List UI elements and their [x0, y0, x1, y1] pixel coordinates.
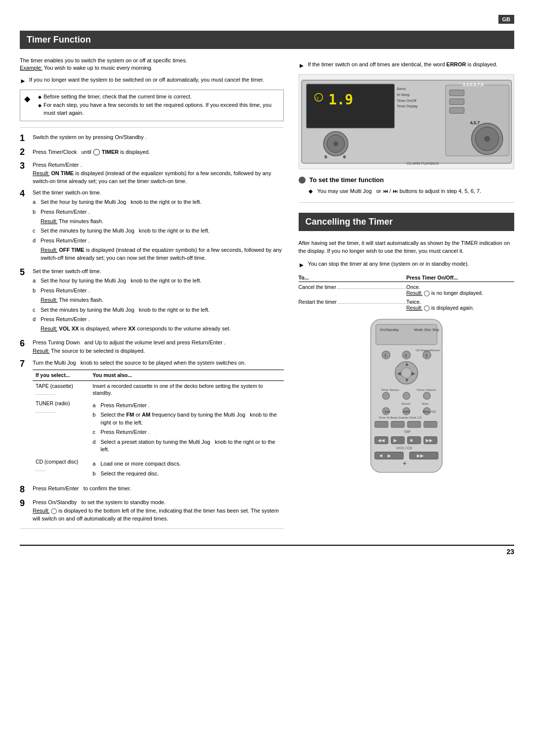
svg-text:CD Repeat: CD Repeat: [415, 348, 431, 352]
svg-text:▶: ▶: [388, 453, 391, 458]
step-3-content: Press Return/Enter . Result: ON TIME is …: [33, 161, 284, 185]
svg-rect-59: [407, 421, 421, 427]
timer-cancel-action: Cancel the timer: [299, 284, 406, 290]
step-9-content: Press On/Standby to set the system to st…: [33, 499, 284, 522]
select-row-cd: CD (compact disc) aLoad one or more comp…: [33, 457, 284, 481]
svg-text:Mono CD: Mono CD: [423, 410, 436, 413]
error-note-text: If the timer switch on and off times are…: [308, 61, 497, 70]
step-4b: bPress Return/Enter .: [33, 208, 284, 216]
svg-text:1: 1: [384, 353, 386, 357]
speaker-icon: ◆: [24, 93, 30, 118]
result-label-9: Result:: [33, 508, 49, 514]
step-5: 5 Set the timer switch-off time. aSet th…: [20, 268, 284, 335]
svg-text:▼: ▼: [404, 378, 409, 383]
svg-text:CD-ARM PLAYBACK: CD-ARM PLAYBACK: [406, 162, 439, 165]
svg-text:2: 2: [405, 353, 407, 357]
result-label-3: Result:: [33, 170, 49, 176]
step-7-num: 7: [20, 359, 29, 369]
select-row-tuner: TUNER (radio) aPress Return/Enter . bSel…: [33, 398, 284, 457]
step-2: 2 Press Timer/Clock until ◯ TIMER is dis…: [20, 147, 284, 157]
intro-text: The timer enables you to switch the syst…: [20, 57, 284, 72]
circle-icon: [299, 177, 306, 184]
select-instruction-cd: aLoad one or more compact discs. bSelect…: [89, 457, 283, 481]
svg-text:▲: ▲: [404, 361, 409, 367]
timer-cancel-press: Once. Result: ◯ is no longer displayed.: [406, 284, 514, 296]
svg-text:Timer Display: Timer Display: [397, 105, 418, 109]
arrow-icon-3: ►: [299, 261, 305, 270]
timer-note-title: To set the timer function: [299, 176, 515, 184]
cancelling-section: Cancelling the Timer After having set th…: [299, 213, 515, 475]
step-3: 3 Press Return/Enter . Result: ON TIME i…: [20, 161, 284, 185]
result-label-6: Result:: [33, 348, 49, 354]
cd-substeps: aLoad one or more compact discs. bSelect…: [92, 460, 280, 477]
svg-text:◀◀: ◀◀: [378, 438, 385, 443]
cancelling-arrow-note: ► You can stop the timer at any time (sy…: [299, 260, 515, 270]
select-source-tape: TAPE (cassette): [33, 380, 89, 398]
svg-text:4,5,7: 4,5,7: [470, 120, 480, 125]
divider-2: [20, 528, 284, 529]
step-8: 8 Press Return/Enter to confirm the time…: [20, 485, 284, 495]
divider-right: [299, 202, 515, 203]
step-5d: dPress Return/Enter .: [33, 316, 284, 323]
svg-text:Sort: Sort: [384, 410, 390, 413]
timer-table-row-restart: Restart the timer Twice. Result: ◯ is di…: [299, 299, 515, 311]
select-table-col2: You must also...: [89, 370, 283, 380]
step-4-num: 4: [20, 189, 29, 199]
svg-text:6: 6: [324, 154, 327, 159]
page-container: GB Timer Function The timer enables you …: [20, 15, 514, 556]
step-1: 1 Switch the system on by pressing On/St…: [20, 134, 284, 143]
step-5b: bPress Return/Enter .: [33, 287, 284, 294]
select-instruction-tuner: aPress Return/Enter . bSelect the FM or …: [89, 398, 283, 457]
svg-text:Return: Return: [431, 348, 440, 352]
step-5-substeps: aSet the hour by tuning the Multi Jog kn…: [33, 277, 284, 332]
select-instruction-tape: Insert a recorded cassette in one of the…: [89, 380, 283, 398]
device-svg: 1.9 2 Demo Hi Sleep Timer On/Off Timer D…: [299, 75, 514, 169]
select-source-tuner: TUNER (radio): [33, 398, 89, 457]
device-image: 1.9 2 Demo Hi Sleep Timer On/Off Timer D…: [299, 74, 515, 169]
svg-point-38: [401, 368, 411, 378]
gb-badge: GB: [498, 15, 515, 24]
step-5-result1: Result: The minutes flash.: [33, 296, 284, 304]
step-4-result2: Result: OFF TIME is displayed (instead o…: [33, 246, 284, 262]
arrow-note-1: ► If you no longer want the system to be…: [20, 76, 284, 86]
tuner-substeps: aPress Return/Enter . bSelect the FM or …: [92, 402, 280, 453]
svg-text:TAP: TAP: [404, 429, 411, 434]
svg-point-47: [423, 392, 430, 399]
step-7-content: Turn the Multi Jog knob to select the so…: [33, 359, 284, 481]
svg-text:6: 6: [343, 154, 346, 159]
svg-text:VCO / CD: VCO / CD: [396, 446, 412, 450]
svg-text:On/Standby: On/Standby: [380, 328, 399, 332]
step-4-substeps: aSet the hour by tuning the Multi Jog kn…: [33, 198, 284, 262]
speaker-bullet-2: For each step, you have a few seconds to…: [38, 101, 279, 117]
example-text: You wish to wake up to music every morni…: [43, 65, 153, 71]
svg-text:■: ■: [410, 438, 413, 443]
diamond-icon: ◆: [309, 188, 312, 195]
step-4d: dPress Return/Enter .: [33, 237, 284, 244]
timer-restart-press: Twice. Result: ◯ is displayed again.: [406, 299, 514, 311]
step-5-content: Set the timer switch-off time. aSet the …: [33, 268, 284, 335]
speaker-note: ◆ Before setting the timer, check that t…: [20, 90, 284, 121]
step-6-content: Press Tuning Down and Up to adjust the v…: [33, 339, 284, 355]
step-4c: cSet the minutes by tuning the Multi Jog…: [33, 227, 284, 235]
svg-text:▶: ▶: [394, 438, 397, 443]
timer-table-header: To... Press Timer On/Off...: [299, 274, 515, 282]
remote-image-container: On/Standby Mode Disc Skip 1 2 3 CD Repea…: [299, 317, 515, 475]
svg-text:▶▶: ▶▶: [426, 438, 433, 443]
svg-text:Chros Volume: Chros Volume: [416, 387, 436, 391]
main-content: The timer enables you to switch the syst…: [20, 57, 514, 535]
svg-text:1.9: 1.9: [328, 92, 353, 108]
svg-point-45: [382, 392, 389, 399]
svg-text:▶: ▶: [411, 370, 415, 376]
step-3-num: 3: [20, 161, 29, 171]
svg-text:Demo: Demo: [397, 87, 406, 91]
right-column: ► If the timer switch on and off times a…: [299, 57, 515, 535]
step-5c: cSet the minutes by tuning the Multi Jog…: [33, 306, 284, 314]
dots-2: [338, 303, 406, 304]
svg-rect-63: [391, 436, 404, 443]
svg-rect-21: [449, 99, 464, 105]
timer-restart-action: Restart the timer: [299, 299, 406, 305]
svg-point-17: [484, 136, 490, 142]
svg-rect-72: [409, 452, 438, 459]
divider-1: [20, 127, 284, 128]
step-6-num: 6: [20, 339, 29, 349]
